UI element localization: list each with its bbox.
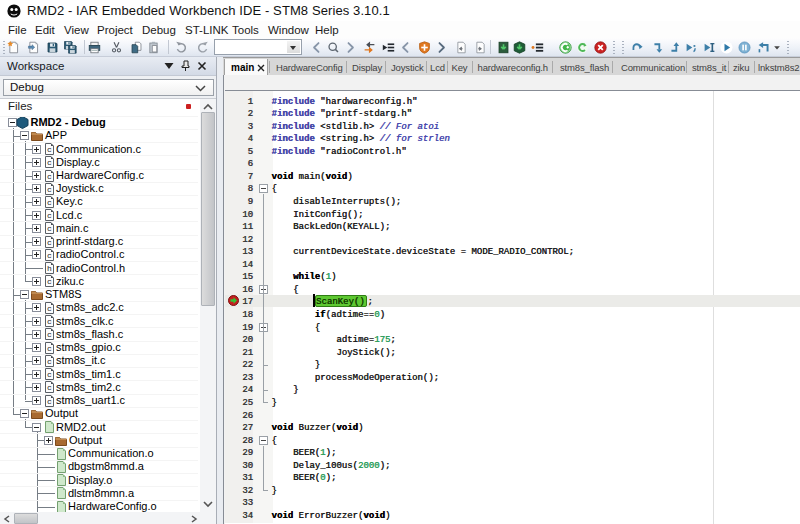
svg-text:c: c bbox=[47, 357, 52, 366]
svg-text:c: c bbox=[47, 238, 52, 247]
svg-text:c: c bbox=[47, 251, 52, 260]
svg-text:c: c bbox=[47, 158, 52, 167]
svg-text:c: c bbox=[47, 185, 52, 194]
svg-text:c: c bbox=[47, 304, 52, 313]
svg-text:c: c bbox=[47, 383, 52, 392]
svg-text:c: c bbox=[47, 317, 52, 326]
svg-text:c: c bbox=[47, 224, 52, 233]
svg-text:c: c bbox=[47, 330, 52, 339]
svg-text:c: c bbox=[47, 344, 52, 353]
svg-text:c: c bbox=[47, 397, 52, 406]
svg-text:c: c bbox=[47, 172, 52, 181]
svg-text:c: c bbox=[47, 145, 52, 154]
svg-text:c: c bbox=[47, 211, 52, 220]
svg-text:c: c bbox=[47, 277, 52, 286]
svg-text:c: c bbox=[47, 198, 52, 207]
svg-text:h: h bbox=[47, 264, 52, 273]
svg-text:c: c bbox=[47, 370, 52, 379]
